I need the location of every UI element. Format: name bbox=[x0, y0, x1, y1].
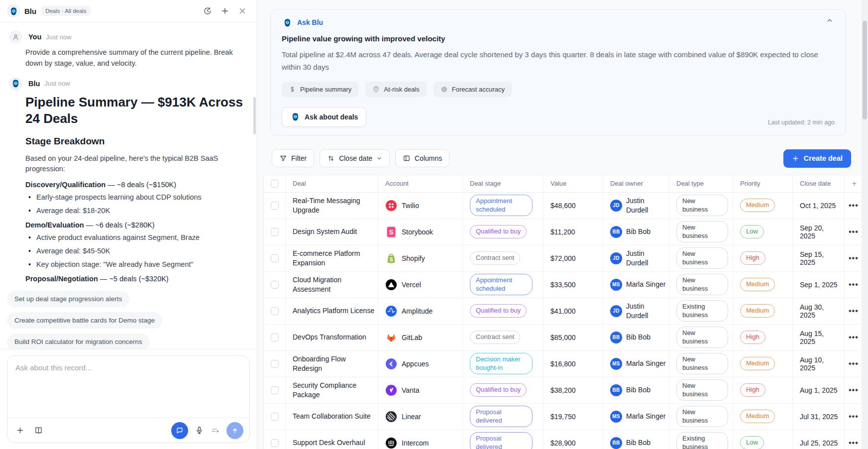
deal-value[interactable]: $48,600 bbox=[543, 192, 603, 219]
priority-badge[interactable]: Low bbox=[740, 225, 764, 238]
row-checkbox[interactable] bbox=[271, 307, 279, 315]
deal-stage-badge[interactable]: Appointment scheduled bbox=[470, 274, 533, 296]
deal-name[interactable]: DevOps Transformation bbox=[293, 333, 375, 342]
columns-button[interactable]: Columns bbox=[395, 149, 449, 167]
deal-stage-badge[interactable]: Appointment scheduled bbox=[470, 195, 533, 217]
row-more-icon[interactable]: ••• bbox=[849, 227, 859, 236]
deal-stage-badge[interactable]: Decision maker bought-in bbox=[470, 353, 533, 375]
row-checkbox[interactable] bbox=[271, 228, 279, 236]
close-date[interactable]: Sep 1, 2025 bbox=[793, 271, 845, 298]
page-scrollbar-thumb[interactable] bbox=[863, 21, 867, 119]
deal-value[interactable]: $19,750 bbox=[543, 403, 603, 430]
deal-stage-badge[interactable]: Contract sent bbox=[470, 331, 520, 344]
deal-type-badge[interactable]: New business bbox=[676, 221, 728, 243]
account-name[interactable]: Linear bbox=[402, 413, 421, 421]
deal-name[interactable]: Security Compliance Package bbox=[293, 381, 375, 400]
account-name[interactable]: GitLab bbox=[402, 334, 422, 341]
deal-value[interactable]: $72,000 bbox=[543, 245, 603, 271]
history-icon[interactable] bbox=[201, 4, 214, 17]
deal-name[interactable]: Support Desk Overhaul bbox=[293, 438, 375, 448]
row-checkbox[interactable] bbox=[271, 386, 279, 394]
table-row[interactable]: Onboarding Flow Redesign Appcues Decisio… bbox=[264, 350, 865, 377]
deal-stage-badge[interactable]: Qualified to buy bbox=[470, 225, 527, 238]
owner-name[interactable]: Marla Singer bbox=[626, 359, 665, 368]
close-icon[interactable] bbox=[236, 4, 249, 17]
owner-name[interactable]: Bib Bob bbox=[626, 438, 651, 447]
priority-badge[interactable]: Medium bbox=[740, 278, 775, 291]
row-checkbox[interactable] bbox=[271, 202, 279, 210]
page-scrollbar[interactable] bbox=[862, 0, 868, 449]
priority-badge[interactable]: Medium bbox=[740, 199, 775, 212]
suggestion-chip[interactable]: Create competitive battle cards for Demo… bbox=[7, 312, 162, 329]
table-row[interactable]: E-commerce Platform Expansion S Shopify … bbox=[264, 245, 865, 271]
deal-type-badge[interactable]: Existing business bbox=[676, 300, 728, 322]
row-checkbox[interactable] bbox=[271, 413, 279, 421]
table-row[interactable]: Real-Time Messaging Upgrade Twilio Appoi… bbox=[264, 192, 865, 219]
table-row[interactable]: DevOps Transformation GitLab Contract se… bbox=[264, 324, 865, 350]
deal-stage-badge[interactable]: Qualified to buy bbox=[470, 304, 527, 318]
close-date[interactable]: Aug 30, 2025 bbox=[793, 298, 845, 324]
deal-value[interactable]: $33,500 bbox=[543, 271, 603, 298]
account-name[interactable]: Vercel bbox=[402, 281, 421, 289]
deal-type-badge[interactable]: New business bbox=[676, 379, 728, 401]
row-more-icon[interactable]: ••• bbox=[849, 359, 859, 368]
column-header-deal-type[interactable]: Deal type bbox=[669, 175, 733, 192]
owner-name[interactable]: Bib Bob bbox=[626, 227, 651, 236]
deal-stage-badge[interactable]: Proposal delivered bbox=[470, 406, 533, 428]
column-header-priority[interactable]: Priority bbox=[733, 175, 793, 192]
column-header-close-date[interactable]: Close date bbox=[793, 175, 845, 192]
row-checkbox[interactable] bbox=[271, 254, 279, 262]
column-header-deal-owner[interactable]: Deal owner bbox=[603, 175, 669, 192]
owner-name[interactable]: Bib Bob bbox=[626, 385, 651, 394]
priority-badge[interactable]: High bbox=[740, 383, 765, 397]
table-row[interactable]: Security Compliance Package Vanta Qualif… bbox=[264, 377, 865, 403]
chat-scrollbar-thumb[interactable] bbox=[253, 97, 256, 134]
table-row[interactable]: Analytics Platform License Amplitude Qua… bbox=[264, 298, 865, 324]
owner-name[interactable]: Justin Durdell bbox=[626, 196, 666, 214]
priority-badge[interactable]: High bbox=[740, 251, 765, 265]
priority-badge[interactable]: Low bbox=[740, 436, 764, 449]
deal-name[interactable]: Cloud Migration Assessment bbox=[293, 275, 375, 294]
suggestion-chip[interactable]: Set up deal stage progression alerts bbox=[7, 291, 129, 307]
chevron-up-icon[interactable] bbox=[826, 16, 834, 26]
owner-name[interactable]: Justin Durdell bbox=[626, 249, 666, 267]
select-all-checkbox[interactable] bbox=[271, 180, 279, 188]
close-date[interactable]: Aug 1, 2025 bbox=[793, 377, 845, 403]
deal-stage-badge[interactable]: Contract sent bbox=[470, 251, 520, 265]
deal-name[interactable]: E-commerce Platform Expansion bbox=[293, 249, 375, 268]
table-row[interactable]: Design System Audit S Storybook Qualifie… bbox=[264, 219, 865, 245]
sort-button[interactable]: Close date bbox=[320, 149, 390, 167]
owner-name[interactable]: Justin Durdell bbox=[626, 302, 666, 320]
deal-name[interactable]: Team Collaboration Suite bbox=[293, 412, 375, 421]
row-more-icon[interactable]: ••• bbox=[849, 386, 859, 395]
row-more-icon[interactable]: ••• bbox=[849, 280, 859, 289]
close-date[interactable]: Sep 20, 2025 bbox=[793, 219, 845, 245]
row-checkbox[interactable] bbox=[271, 360, 279, 368]
table-row[interactable]: Cloud Migration Assessment Vercel Appoin… bbox=[264, 271, 865, 298]
chat-mode-icon[interactable] bbox=[171, 422, 188, 439]
deal-name[interactable]: Real-Time Messaging Upgrade bbox=[293, 196, 375, 215]
deal-type-badge[interactable]: Existing business bbox=[676, 432, 728, 449]
row-more-icon[interactable]: ••• bbox=[849, 439, 859, 448]
close-date[interactable]: Sep 15, 2025 bbox=[793, 245, 845, 271]
deal-value[interactable]: $85,000 bbox=[543, 324, 603, 350]
priority-badge[interactable]: Medium bbox=[740, 357, 775, 370]
column-header-deal[interactable]: Deal bbox=[286, 175, 378, 192]
row-checkbox[interactable] bbox=[271, 439, 279, 447]
deal-value[interactable]: $41,000 bbox=[543, 298, 603, 324]
table-row[interactable]: Support Desk Overhaul Intercom Proposal … bbox=[264, 430, 865, 449]
row-more-icon[interactable]: ••• bbox=[849, 254, 859, 263]
row-checkbox[interactable] bbox=[271, 334, 279, 341]
deal-type-badge[interactable]: New business bbox=[676, 406, 728, 428]
account-name[interactable]: Shopify bbox=[402, 254, 425, 262]
new-chat-icon[interactable] bbox=[218, 4, 231, 17]
column-header-account[interactable]: Account bbox=[378, 175, 463, 192]
attach-icon[interactable] bbox=[15, 426, 25, 435]
account-name[interactable]: Intercom bbox=[402, 439, 429, 447]
knowledge-book-icon[interactable] bbox=[34, 426, 43, 435]
account-name[interactable]: Amplitude bbox=[402, 307, 433, 315]
priority-badge[interactable]: Medium bbox=[740, 410, 775, 423]
queue-icon[interactable] bbox=[211, 426, 220, 435]
create-deal-button[interactable]: Create deal bbox=[783, 149, 851, 168]
deal-type-badge[interactable]: New business bbox=[676, 274, 728, 296]
